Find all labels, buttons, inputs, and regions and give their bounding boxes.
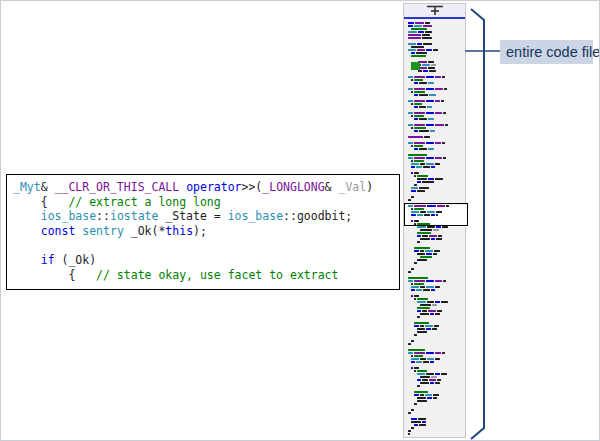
code-token: const — [41, 224, 76, 238]
minimap-line — [404, 406, 465, 408]
minimap-line — [404, 391, 465, 393]
minimap-line — [404, 103, 465, 105]
minimap-line — [404, 328, 465, 330]
minimap-line — [404, 169, 465, 171]
minimap-line — [404, 154, 465, 156]
minimap-line — [404, 175, 465, 177]
minimap-line — [404, 370, 465, 372]
minimap-line — [404, 58, 465, 60]
minimap-line — [404, 403, 465, 405]
minimap-line — [404, 286, 465, 288]
minimap-line — [404, 52, 465, 54]
minimap-line — [404, 190, 465, 192]
minimap-line — [404, 400, 465, 402]
minimap-line — [404, 127, 465, 129]
minimap-line — [404, 184, 465, 186]
minimap-line — [404, 361, 465, 363]
minimap-line — [404, 313, 465, 315]
minimap-line — [404, 397, 465, 399]
minimap-line — [404, 274, 465, 276]
code-token: ); — [193, 224, 207, 238]
minimap-line — [404, 325, 465, 327]
minimap-line — [404, 238, 465, 240]
code-token: _Myt — [13, 180, 41, 194]
minimap-line — [404, 412, 465, 414]
minimap-line — [404, 409, 465, 411]
minimap-line — [404, 232, 465, 234]
minimap-line — [404, 355, 465, 357]
minimap-line — [404, 100, 465, 102]
minimap-viewport[interactable] — [404, 203, 468, 226]
code-token: __CLR_OR_THIS_CALL — [55, 180, 180, 194]
minimap-line — [404, 385, 465, 387]
minimap-line — [404, 28, 465, 30]
minimap-line — [404, 79, 465, 81]
minimap-line — [404, 244, 465, 246]
minimap-line — [404, 268, 465, 270]
minimap-line — [404, 34, 465, 36]
code-token: _Val — [338, 180, 366, 194]
code-line — [13, 238, 399, 253]
minimap-line — [404, 187, 465, 189]
code-line: { // extract a long long — [13, 195, 399, 210]
minimap-line — [404, 433, 465, 435]
code-token: & — [325, 180, 339, 194]
minimap-line — [404, 196, 465, 198]
minimap-line — [404, 373, 465, 375]
minimap-line — [404, 358, 465, 360]
minimap-line — [404, 118, 465, 120]
code-token: :: — [96, 209, 110, 223]
minimap-line — [404, 46, 465, 48]
minimap-line — [404, 283, 465, 285]
code-token: _Ok(* — [124, 224, 166, 238]
minimap-line — [404, 241, 465, 243]
minimap-line — [404, 418, 465, 420]
minimap-line — [404, 427, 465, 429]
code-token: sentry — [82, 224, 124, 238]
code-token — [13, 209, 41, 223]
minimap-line — [404, 181, 465, 183]
minimap-line — [404, 43, 465, 45]
screenshot-frame: _Myt& __CLR_OR_THIS_CALL operator>>(_LON… — [0, 0, 600, 441]
minimap-line — [404, 121, 465, 123]
minimap-line — [404, 115, 465, 117]
minimap-line — [404, 292, 465, 294]
splitter-icon — [426, 5, 444, 16]
code-line: if (_Ok) — [13, 253, 399, 268]
minimap-line — [404, 430, 465, 432]
minimap-line — [404, 424, 465, 426]
minimap-line — [404, 163, 465, 165]
code-line: ios_base::iostate _State = ios_base::goo… — [13, 209, 399, 224]
minimap-header[interactable] — [404, 4, 465, 17]
minimap-line — [404, 262, 465, 264]
minimap-line — [404, 76, 465, 78]
minimap-line — [404, 31, 465, 33]
minimap-line — [404, 331, 465, 333]
minimap-line — [404, 259, 465, 261]
minimap-line — [404, 247, 465, 249]
code-zoom-box: _Myt& __CLR_OR_THIS_CALL operator>>(_LON… — [6, 174, 400, 290]
minimap-body[interactable] — [404, 19, 465, 435]
code-token: // state okay, use facet to extract — [96, 268, 338, 282]
code-token: ios_base — [228, 209, 283, 223]
minimap-line — [404, 226, 465, 228]
minimap-line — [404, 340, 465, 342]
minimap-line — [404, 151, 465, 153]
code-token: >>( — [242, 180, 263, 194]
minimap-line — [404, 166, 465, 168]
annotation-label: entire code file — [500, 40, 593, 64]
minimap-line — [404, 376, 465, 378]
code-token: this — [165, 224, 193, 238]
minimap-line — [404, 130, 465, 132]
minimap-line — [404, 256, 465, 258]
code-token: _LONGLONG — [262, 180, 324, 194]
code-token: (_Ok) — [55, 253, 97, 267]
code-line: const sentry _Ok(*this); — [13, 224, 399, 239]
minimap-line — [404, 364, 465, 366]
minimap-line — [404, 139, 465, 141]
minimap-line — [404, 280, 465, 282]
minimap-line — [404, 367, 465, 369]
minimap-line — [404, 277, 465, 279]
minimap-line — [404, 322, 465, 324]
minimap-line — [404, 346, 465, 348]
